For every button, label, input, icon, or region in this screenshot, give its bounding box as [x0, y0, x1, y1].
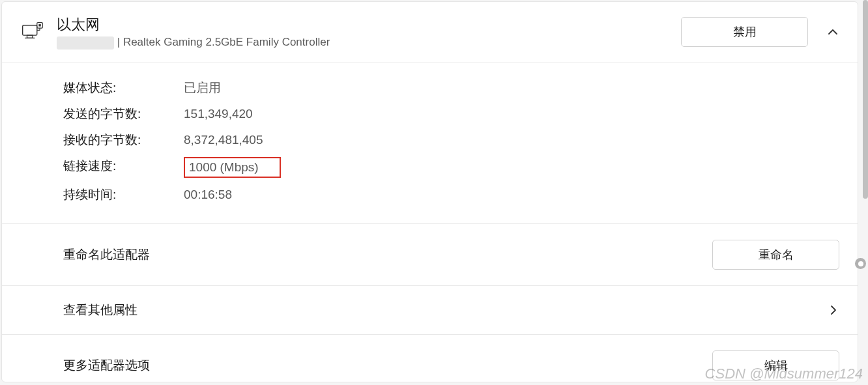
adapter-subtitle: | Realtek Gaming 2.5GbE Family Controlle…: [57, 36, 681, 50]
view-properties-label: 查看其他属性: [63, 302, 137, 319]
bytes-received-label: 接收的字节数:: [63, 131, 184, 149]
rename-adapter-row: 重命名此适配器 重命名: [2, 224, 858, 286]
svg-rect-4: [38, 24, 40, 26]
edit-button[interactable]: 编辑: [712, 350, 839, 380]
rename-adapter-label: 重命名此适配器: [63, 246, 150, 263]
ethernet-adapter-icon: [22, 21, 44, 43]
media-state-label: 媒体状态:: [63, 79, 184, 97]
svg-rect-0: [23, 25, 37, 35]
detail-link-speed: 链接速度: 1000 (Mbps): [63, 157, 839, 178]
link-speed-label: 链接速度:: [63, 157, 184, 178]
adapter-header[interactable]: 以太网 | Realtek Gaming 2.5GbE Family Contr…: [2, 2, 858, 63]
scrollbar-thumb[interactable]: [863, 0, 868, 199]
rename-button[interactable]: 重命名: [712, 240, 839, 270]
chevron-up-icon[interactable]: [826, 25, 839, 38]
detail-media-state: 媒体状态: 已启用: [63, 79, 839, 97]
network-adapter-panel: 以太网 | Realtek Gaming 2.5GbE Family Contr…: [1, 1, 858, 382]
side-close-icon[interactable]: [855, 258, 866, 269]
adapter-title: 以太网: [57, 15, 681, 35]
chevron-right-icon: [828, 304, 839, 316]
disable-button[interactable]: 禁用: [681, 17, 808, 47]
adapter-header-text: 以太网 | Realtek Gaming 2.5GbE Family Contr…: [57, 15, 681, 50]
redacted-name: [57, 36, 114, 50]
link-speed-value-highlight: 1000 (Mbps): [184, 157, 281, 178]
detail-bytes-sent: 发送的字节数: 151,349,420: [63, 105, 839, 123]
detail-bytes-received: 接收的字节数: 8,372,481,405: [63, 131, 839, 149]
bytes-received-value: 8,372,481,405: [184, 131, 263, 149]
bytes-sent-label: 发送的字节数:: [63, 105, 184, 123]
bytes-sent-value: 151,349,420: [184, 105, 253, 123]
more-options-label: 更多适配器选项: [63, 357, 150, 374]
adapter-details: 媒体状态: 已启用 发送的字节数: 151,349,420 接收的字节数: 8,…: [2, 63, 858, 224]
view-properties-row[interactable]: 查看其他属性: [2, 286, 858, 335]
media-state-value: 已启用: [184, 79, 221, 97]
duration-label: 持续时间:: [63, 186, 184, 204]
link-speed-value: 1000 (Mbps): [189, 160, 259, 174]
more-options-row: 更多适配器选项 编辑: [2, 335, 858, 382]
adapter-controller-name: Realtek Gaming 2.5GbE Family Controller: [123, 36, 330, 48]
detail-duration: 持续时间: 00:16:58: [63, 186, 839, 204]
duration-value: 00:16:58: [184, 186, 232, 204]
